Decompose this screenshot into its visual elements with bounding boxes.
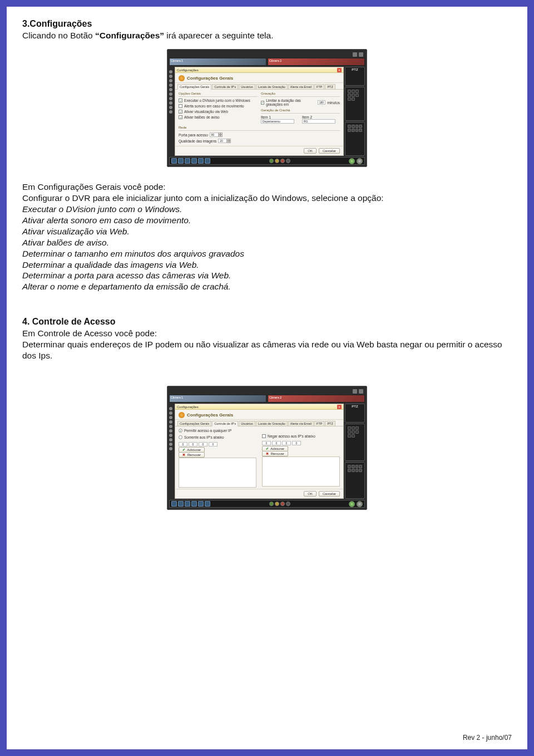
- limitar-input[interactable]: 180: [318, 100, 326, 105]
- ok-button[interactable]: OK: [304, 148, 317, 154]
- tab-ftp[interactable]: FTP: [314, 421, 324, 426]
- dialog-titlebar: Configurações ×: [175, 404, 343, 410]
- tab-usuarios[interactable]: Usuários: [239, 421, 255, 426]
- tab-ptz[interactable]: PTZ: [325, 421, 335, 426]
- radio-permitir-label: Permitir acesso a qualquer IP: [184, 429, 231, 433]
- ip-octet-input[interactable]: 0: [179, 442, 187, 446]
- remove-ip-button[interactable]: ✖ Remover: [179, 452, 205, 458]
- toolbar-btn[interactable]: [178, 158, 184, 164]
- tab-ips[interactable]: Controle de IP's: [212, 84, 238, 89]
- ip-octet-input[interactable]: 0: [292, 441, 301, 445]
- toolbar-btn[interactable]: [178, 501, 184, 507]
- screenshot2-container: Câmera 1 Câmera 2 Configurações × Co: [22, 386, 512, 510]
- tab-ftp[interactable]: FTP: [314, 84, 324, 89]
- remove-icon: ✖: [182, 453, 186, 456]
- camera-thumb-2[interactable]: Câmera 2: [268, 58, 365, 66]
- chk-negar-label: Negar acesso aos IP's abaixo: [268, 434, 315, 438]
- toolbar-btn[interactable]: [198, 158, 204, 164]
- stop-badge-icon[interactable]: [357, 158, 363, 164]
- camera-thumbnail-strip: Câmera 1 Câmera 2: [169, 58, 365, 66]
- min-button[interactable]: [353, 52, 357, 57]
- chk-limitar[interactable]: ✓: [261, 101, 264, 105]
- porta-input[interactable]: 80: [210, 132, 219, 137]
- dialog-close-icon[interactable]: ×: [337, 68, 342, 72]
- ip-octet-input[interactable]: 0: [199, 442, 207, 446]
- gear-icon: [179, 412, 185, 418]
- ip-octet-input[interactable]: 0: [209, 442, 217, 446]
- tab-alerta[interactable]: Alerta via Email: [288, 84, 314, 89]
- ip-octet-input[interactable]: 0: [189, 442, 197, 446]
- toolbar-btn[interactable]: [198, 501, 204, 507]
- chk-web[interactable]: ✓: [179, 110, 182, 114]
- italic-line: Alterar o nome e departamento da emissão…: [22, 281, 512, 292]
- remove-ip-button[interactable]: ✖ Remover: [262, 451, 288, 456]
- tab-locais[interactable]: Locais de Gravação: [256, 84, 288, 89]
- italic-line: Determinar a qualidade das imagens via W…: [22, 259, 512, 271]
- toolbar-btn[interactable]: [191, 501, 197, 507]
- denied-ip-list[interactable]: [262, 456, 340, 487]
- cracha-item2-input[interactable]: RG: [302, 119, 335, 124]
- cracha-item1-label: Item 1: [261, 115, 299, 119]
- ok-button[interactable]: OK: [304, 491, 317, 497]
- cracha-item1-input[interactable]: Departamento: [261, 119, 294, 124]
- toolbar-btn[interactable]: [171, 501, 177, 507]
- camera-thumb-1[interactable]: Câmera 1: [169, 395, 266, 402]
- status-led-red-icon: [280, 502, 285, 506]
- ptz-label: PTZ: [345, 404, 364, 408]
- tab-alerta[interactable]: Alerta via Email: [288, 421, 314, 426]
- remove-icon: ✖: [266, 451, 270, 455]
- right-side-panel: PTZ: [345, 67, 365, 156]
- toolbar-btn[interactable]: [171, 158, 177, 164]
- tab-ips[interactable]: Controle de IP's: [212, 421, 238, 426]
- cancel-button[interactable]: Cancelar: [319, 148, 340, 154]
- dialog-titlebar-label: Configurações: [177, 405, 199, 409]
- record-badge-icon[interactable]: [349, 501, 355, 507]
- chk-exec-windows[interactable]: ✓: [179, 99, 182, 102]
- tab-gerais[interactable]: Configurações Gerais: [177, 421, 211, 426]
- ip-octet-input[interactable]: 0: [282, 441, 291, 445]
- ip-octet-input[interactable]: 0: [272, 441, 281, 445]
- qualidade-down-icon[interactable]: ▼: [227, 141, 231, 143]
- porta-label: Porta para acesso: [179, 133, 208, 137]
- dialog-titlebar: Configurações ×: [175, 67, 343, 73]
- section3-intro-post: irá aparecer a seguinte tela.: [164, 31, 273, 40]
- status-led-icon: [286, 502, 290, 506]
- ptz-panel: PTZ: [345, 67, 365, 86]
- toolbar-btn[interactable]: [185, 158, 190, 164]
- italic-line: Ativar balões de aviso.: [22, 237, 512, 248]
- config-dialog: Configurações × Configurações Gerais Con…: [175, 404, 344, 499]
- stop-badge-icon[interactable]: [357, 501, 363, 507]
- record-badge-icon[interactable]: [349, 158, 355, 164]
- allowed-ip-list[interactable]: [179, 458, 256, 488]
- tab-gerais[interactable]: Configurações Gerais: [177, 84, 211, 90]
- toolbar-btn[interactable]: [205, 501, 210, 507]
- close-button[interactable]: [359, 52, 363, 57]
- cracha-item2-label: Item 2: [302, 115, 340, 119]
- status-led-yellow-icon: [275, 502, 279, 506]
- camera-thumb-2[interactable]: Câmera 2: [268, 395, 365, 402]
- limitar-unit: minutos: [327, 101, 340, 105]
- porta-down-icon[interactable]: ▼: [219, 135, 222, 137]
- tab-locais[interactable]: Locais de Gravação: [256, 421, 288, 426]
- app-bottom-bar: [169, 500, 365, 508]
- italic-line: Determinar a porta para acesso das câmer…: [22, 270, 512, 281]
- toolbar-btn[interactable]: [191, 158, 197, 164]
- ip-octet-input[interactable]: 0: [262, 441, 271, 445]
- qualidade-input[interactable]: 20: [218, 139, 227, 143]
- toolbar-btn[interactable]: [185, 501, 190, 507]
- radio-permitir-all[interactable]: •: [179, 429, 182, 433]
- chk-baloes[interactable]: ✓: [179, 115, 182, 119]
- italic-line: Determinar o tamanho em minutos dos arqu…: [22, 248, 512, 259]
- close-button[interactable]: [359, 389, 363, 394]
- camera-thumb-1[interactable]: Câmera 1: [169, 58, 266, 66]
- min-button[interactable]: [353, 389, 357, 394]
- chk-alerta-sonoro[interactable]: [179, 104, 182, 108]
- radio-permitir-list[interactable]: [179, 435, 182, 439]
- chk-negar[interactable]: [262, 434, 266, 438]
- tab-ptz[interactable]: PTZ: [325, 84, 335, 89]
- cancel-button[interactable]: Cancelar: [319, 491, 340, 497]
- dialog-close-icon[interactable]: ×: [337, 405, 342, 409]
- toolbar-btn[interactable]: [205, 158, 210, 164]
- status-led-red-icon: [280, 159, 285, 163]
- tab-usuarios[interactable]: Usuários: [239, 84, 255, 89]
